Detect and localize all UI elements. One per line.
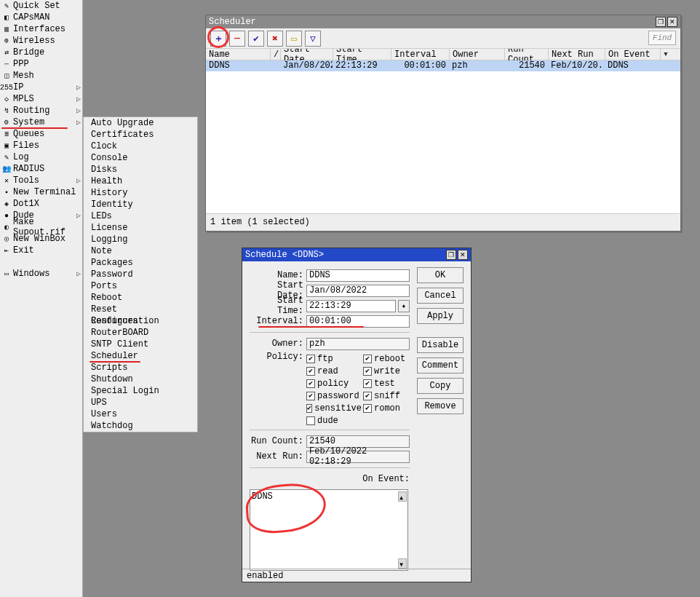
submenu-item-auto-upgrade[interactable]: Auto Upgrade xyxy=(84,117,197,129)
submenu-item-note[interactable]: Note xyxy=(84,245,197,257)
column-header-next-run[interactable]: Next Run xyxy=(548,49,605,60)
sidebar-item-new-winbox[interactable]: ◎New WinBox xyxy=(0,233,82,245)
comment-button[interactable]: Comment xyxy=(417,357,464,373)
comment-button[interactable]: ▭ xyxy=(286,31,302,47)
submenu-item-sntp-client[interactable]: SNTP Client xyxy=(84,339,197,350)
filter-button[interactable]: ▽ xyxy=(305,31,321,47)
sidebar-item-exit[interactable]: ⇤Exit xyxy=(0,245,82,256)
submenu-item-reset-configuration[interactable]: Reset Configuration xyxy=(84,304,197,315)
sidebar-item-routing[interactable]: ↯Routing▷ xyxy=(0,105,82,116)
policy-checkbox-read[interactable]: ✔read xyxy=(306,366,362,376)
name-input[interactable]: DDNS xyxy=(306,269,410,282)
apply-button[interactable]: Apply xyxy=(417,308,464,324)
sidebar-item-new-terminal[interactable]: ▪New Terminal xyxy=(0,186,82,198)
submenu-item-scripts[interactable]: Scripts xyxy=(84,362,197,373)
start-date-input[interactable]: Jan/08/2022 xyxy=(306,285,410,297)
submenu-item-console[interactable]: Console xyxy=(84,152,197,164)
submenu-item-routerboard[interactable]: RouterBOARD xyxy=(84,327,197,339)
column-header-on-event[interactable]: On Event xyxy=(605,49,660,60)
policy-checkbox-password[interactable]: ✔password xyxy=(306,391,362,401)
scroll-down-icon[interactable]: ▾ xyxy=(398,558,407,569)
policy-checkbox-romon[interactable]: ✔romon xyxy=(363,403,418,414)
sidebar-item-mesh[interactable]: ◫Mesh xyxy=(0,70,82,82)
policy-checkbox-sniff[interactable]: ✔sniff xyxy=(363,391,418,401)
on-event-textarea[interactable]: DDNS ▴ ▾ xyxy=(250,489,408,571)
disable-button[interactable]: Disable xyxy=(417,337,464,353)
sidebar-item-make-supout-rif[interactable]: ◐Make Supout.rif xyxy=(0,221,82,233)
sidebar-item-ppp[interactable]: ⎓PPP xyxy=(0,58,82,70)
scroll-up-icon[interactable]: ▴ xyxy=(398,491,407,502)
submenu-item-certificates[interactable]: Certificates xyxy=(84,129,197,141)
submenu-item-leds[interactable]: LEDs xyxy=(84,210,197,222)
window-close-button[interactable]: ✕ xyxy=(458,250,468,260)
submenu-item-health[interactable]: Health xyxy=(84,175,197,187)
cancel-button[interactable]: Cancel xyxy=(417,288,464,304)
policy-checkbox-ftp[interactable]: ✔ftp xyxy=(306,354,362,364)
dialog-titlebar[interactable]: Schedule <DDNS> ❐ ✕ xyxy=(242,248,471,261)
find-input[interactable]: Find xyxy=(648,31,676,45)
column-header-start-time[interactable]: Start Time xyxy=(333,49,391,60)
submenu-item-identity[interactable]: Identity xyxy=(84,199,197,210)
sidebar-item-quick-set[interactable]: ✎Quick Set xyxy=(0,0,82,12)
next-run-field: Feb/10/2022 02:18:29 xyxy=(306,451,410,463)
sidebar-item-bridge[interactable]: ⇄Bridge xyxy=(0,47,82,58)
start-time-input[interactable]: 22:13:29 xyxy=(306,300,396,312)
submenu-item-history[interactable]: History xyxy=(84,187,197,199)
submenu-item-disks[interactable]: Disks xyxy=(84,164,197,175)
add-button[interactable]: ＋ xyxy=(210,31,226,47)
submenu-item-special-login[interactable]: Special Login xyxy=(84,385,197,397)
sidebar-item-radius[interactable]: 👥RADIUS xyxy=(0,163,82,175)
sidebar-item-mpls[interactable]: ◇MPLS▷ xyxy=(0,93,82,105)
policy-checkbox-write[interactable]: ✔write xyxy=(363,366,418,376)
submenu-item-reboot[interactable]: Reboot xyxy=(84,292,197,304)
table-row[interactable]: DDNSJan/08/202222:13:2900:01:00pzh21540F… xyxy=(206,60,680,71)
enable-button[interactable]: ✔ xyxy=(248,31,264,47)
time-stepper[interactable]: ♦ xyxy=(398,300,410,312)
submenu-item-license[interactable]: License xyxy=(84,222,197,234)
submenu-item-watchdog[interactable]: Watchdog xyxy=(84,420,197,432)
sidebar-item-capsman[interactable]: ◧CAPsMAN xyxy=(0,12,82,23)
sidebar-item-interfaces[interactable]: ▥Interfaces xyxy=(0,23,82,35)
column-header--[interactable]: / xyxy=(270,49,280,60)
remove-button[interactable]: — xyxy=(229,31,245,47)
sidebar-item-dot1x[interactable]: ◈Dot1X xyxy=(0,198,82,210)
window-restore-button[interactable]: ❐ xyxy=(446,250,456,260)
submenu-item-clock[interactable]: Clock xyxy=(84,141,197,152)
policy-checkbox-policy[interactable]: ✔policy xyxy=(306,379,362,389)
window-close-button[interactable]: ✕ xyxy=(667,17,677,27)
policy-checkbox-reboot[interactable]: ✔reboot xyxy=(363,354,418,364)
column-dropdown-icon[interactable]: ▼ xyxy=(660,49,671,60)
submenu-item-packages[interactable]: Packages xyxy=(84,257,197,269)
column-header-interval[interactable]: Interval xyxy=(391,49,449,60)
sidebar-item-tools[interactable]: ✕Tools▷ xyxy=(0,175,82,186)
remove-button[interactable]: Remove xyxy=(417,398,464,414)
sidebar-item-system[interactable]: ⚙System▷ xyxy=(0,116,82,128)
window-restore-button[interactable]: ❐ xyxy=(656,17,666,27)
disable-button[interactable]: ✖ xyxy=(267,31,283,47)
column-header-owner[interactable]: Owner xyxy=(449,49,504,60)
column-header-start-date[interactable]: Start Date xyxy=(280,49,333,60)
submenu-item-shutdown[interactable]: Shutdown xyxy=(84,373,197,385)
policy-checkbox-dude[interactable]: dude xyxy=(306,416,362,426)
ok-button[interactable]: OK xyxy=(417,267,464,283)
sidebar-item-files[interactable]: ▣Files xyxy=(0,140,82,151)
submenu-item-scheduler[interactable]: Scheduler xyxy=(84,350,197,362)
column-header-name[interactable]: Name xyxy=(206,49,270,60)
submenu-item-ports[interactable]: Ports xyxy=(84,280,197,292)
sidebar-item-log[interactable]: ✎Log xyxy=(0,151,82,163)
policy-checkbox-test[interactable]: ✔test xyxy=(363,379,418,389)
submenu-item-password[interactable]: Password xyxy=(84,269,197,280)
sidebar-item-ip[interactable]: 255IP▷ xyxy=(0,82,82,93)
sidebar-item-windows[interactable]: ▭ Windows ▷ xyxy=(0,268,82,280)
sidebar-item-queues[interactable]: ≣Queues xyxy=(0,128,82,140)
submenu-item-logging[interactable]: Logging xyxy=(84,234,197,245)
scheduler-titlebar[interactable]: Scheduler ❐ ✕ xyxy=(206,15,680,28)
submenu-item-resources[interactable]: Resources xyxy=(84,315,197,327)
copy-button[interactable]: Copy xyxy=(417,378,464,394)
column-header-run-count[interactable]: Run Count xyxy=(504,49,548,60)
policy-checkbox-sensitive[interactable]: ✔sensitive xyxy=(306,403,362,414)
sidebar-item-wireless[interactable]: ⊚Wireless xyxy=(0,35,82,47)
submenu-item-ups[interactable]: UPS xyxy=(84,397,197,408)
submenu-item-users[interactable]: Users xyxy=(84,408,197,420)
interval-input[interactable]: 00:01:00 xyxy=(306,315,410,328)
